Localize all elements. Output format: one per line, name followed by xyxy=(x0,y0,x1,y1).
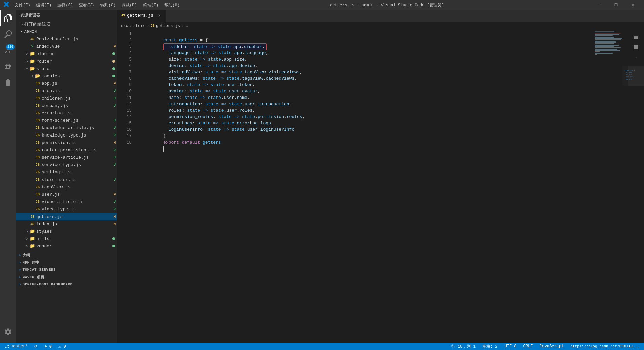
tab-filename: getters.js xyxy=(127,13,153,18)
line-ending-item[interactable]: CRLF xyxy=(522,344,534,349)
indexvue-label: index.vue xyxy=(36,44,113,49)
menu-goto[interactable]: 转到(G) xyxy=(97,2,118,9)
tree-item-childrenjs[interactable]: JS children.js U xyxy=(16,94,117,102)
window-controls[interactable]: ─ □ ✕ xyxy=(592,0,641,10)
tree-item-resizehandler[interactable]: JS ResizeHandler.js xyxy=(16,35,117,43)
tab-close-button[interactable]: ✕ xyxy=(157,13,162,18)
tree-item-storeuserjs[interactable]: JS store-user.js U xyxy=(16,176,117,183)
menu-bar[interactable]: 文件(F) 编辑(E) 选择(S) 查看(V) 转到(G) 调试(D) 终端(T… xyxy=(12,2,183,9)
springboot-arrow: ▷ xyxy=(19,282,21,286)
breadcrumb-symbol[interactable]: … xyxy=(185,24,188,28)
npm-label: NPM 脚本 xyxy=(23,260,40,265)
activity-settings[interactable] xyxy=(0,324,16,340)
git-branch-item[interactable]: ⎇ master* xyxy=(3,344,29,349)
springboot-section[interactable]: ▷ SPRING-BOOT DASHBOARD xyxy=(16,281,117,288)
activity-extensions[interactable] xyxy=(0,75,16,91)
menu-help[interactable]: 帮助(H) xyxy=(162,2,183,9)
minimize-button[interactable]: ─ xyxy=(592,0,607,10)
servicetypejs-badge: U xyxy=(113,163,116,167)
tree-item-store[interactable]: ▾ 📂 store xyxy=(16,65,117,72)
tree-item-tagsviewjs[interactable]: JS tagsView.js xyxy=(16,183,117,191)
breadcrumb-src[interactable]: src xyxy=(121,24,128,28)
toggle-sidebar-button[interactable] xyxy=(631,43,641,52)
menu-debug[interactable]: 调试(D) xyxy=(119,2,140,9)
tree-item-appjs[interactable]: JS app.js M xyxy=(16,80,117,87)
admin-folder[interactable]: ▾ ADMIN xyxy=(16,28,117,35)
tree-item-indexjs[interactable]: JS index.js M xyxy=(16,220,117,228)
tree-item-permissionjs[interactable]: JS permission.js M xyxy=(16,139,117,146)
open-editors-section[interactable]: ▷ 打开的编辑器 xyxy=(16,21,117,28)
js-icon-ka: JS xyxy=(35,125,40,130)
menu-file[interactable]: 文件(F) xyxy=(12,2,33,9)
tree-item-knowledgetypejs[interactable]: JS knowledge-type.js U xyxy=(16,131,117,139)
sync-item[interactable]: ⟳ xyxy=(33,344,39,349)
tree-item-router[interactable]: ▷ 📁 router xyxy=(16,57,117,65)
tree-item-modules[interactable]: ▾ 📂 modules xyxy=(16,72,117,80)
encoding-item[interactable]: UTF-8 xyxy=(503,344,518,349)
kntypejs-label: knowledge-type.js xyxy=(42,133,113,138)
tree-item-indexvue[interactable]: V index.vue M xyxy=(16,43,117,50)
tree-item-formscreenjs[interactable]: JS form-screen.js U xyxy=(16,117,117,124)
maven-label: MAVEN 项目 xyxy=(23,275,45,280)
tree-item-vendor[interactable]: ▷ 📁 vendor xyxy=(16,242,117,250)
tomcat-label: TOMCAT SERVERS xyxy=(23,268,56,272)
breadcrumb-filename[interactable]: getters.js xyxy=(156,24,180,28)
more-actions-button[interactable]: ⋯ xyxy=(631,53,641,62)
tree-item-servicearticlejs[interactable]: JS service-article.js U xyxy=(16,154,117,161)
js-icon-su: JS xyxy=(35,177,40,182)
warnings-item[interactable]: ⚠ 0 xyxy=(57,344,67,349)
tree-item-routerpermissionsjs[interactable]: JS router-permissions.js U xyxy=(16,146,117,154)
tab-js-icon: JS xyxy=(121,14,125,17)
activity-explorer[interactable] xyxy=(0,10,16,26)
tree-item-servicetypejs[interactable]: JS service-type.js U xyxy=(16,161,117,168)
tree-item-styles[interactable]: ▷ 📁 styles xyxy=(16,228,117,235)
settingsjs-label: settings.js xyxy=(42,170,117,175)
js-icon-children: JS xyxy=(35,95,40,101)
maven-section[interactable]: ▷ MAVEN 项目 xyxy=(16,273,117,281)
breadcrumb-store[interactable]: store xyxy=(133,24,146,28)
tree-item-gettersjs[interactable]: JS getters.js M xyxy=(16,213,117,220)
tree-item-videotypejs[interactable]: JS video-type.js U xyxy=(16,205,117,213)
tree-item-areajs[interactable]: JS area.js U xyxy=(16,87,117,94)
tree-item-videoarticlejs[interactable]: JS video-article.js U xyxy=(16,198,117,205)
menu-select[interactable]: 选择(S) xyxy=(55,2,76,9)
companyjs-badge: U xyxy=(113,104,116,108)
tree-item-plugins[interactable]: ▷ 📁 plugins xyxy=(16,50,117,57)
tree-item-errorlogjs[interactable]: JS errorLog.js xyxy=(16,109,117,117)
userjs-badge: M xyxy=(113,192,116,196)
tab-gettersjs[interactable]: JS getters.js ✕ xyxy=(117,10,166,22)
maximize-button[interactable]: □ xyxy=(608,0,624,10)
js-icon-index: JS xyxy=(30,221,35,227)
spaces-item[interactable]: 空格: 2 xyxy=(481,344,499,349)
tomcat-section[interactable]: ▷ TOMCAT SERVERS xyxy=(16,266,117,273)
gettersjs-badge: M xyxy=(113,215,116,219)
js-icon-formscreen: JS xyxy=(35,118,40,123)
activity-debug[interactable] xyxy=(0,59,16,75)
activity-source-control[interactable]: 210 xyxy=(0,42,16,59)
code-line-1: const getters = { xyxy=(137,31,594,37)
tree-item-utils[interactable]: ▷ 📁 utils xyxy=(16,235,117,242)
menu-view[interactable]: 查看(V) xyxy=(76,2,97,9)
language-item[interactable]: JavaScript xyxy=(538,344,565,349)
tree-item-settingsjs[interactable]: JS settings.js xyxy=(16,168,117,176)
tree-item-userjs[interactable]: JS user.js M xyxy=(16,191,117,198)
tree-item-knowledgearticlejs[interactable]: JS knowledge-article.js U xyxy=(16,124,117,131)
tree-item-companyjs[interactable]: JS company.js U xyxy=(16,102,117,109)
line-numbers: 1 2 3 4 5 6 7 8 9 10 11 12 13 14 15 16 1… xyxy=(117,30,134,343)
knarticlejs-badge: U xyxy=(113,126,116,130)
code-content[interactable]: const getters = { sidebar: state => stat… xyxy=(134,30,594,343)
split-editor-button[interactable] xyxy=(631,33,641,42)
menu-edit[interactable]: 编辑(E) xyxy=(34,2,54,9)
code-editor[interactable]: 1 2 3 4 5 6 7 8 9 10 11 12 13 14 15 16 1… xyxy=(117,30,644,343)
menu-terminal[interactable]: 终端(T) xyxy=(140,2,161,9)
position-item[interactable]: 行 18，列 1 xyxy=(450,344,477,349)
link-item[interactable]: https://blog.csdn.net/E56liu... xyxy=(569,344,641,348)
npm-section[interactable]: ▷ NPM 脚本 xyxy=(16,259,117,266)
minimap-line xyxy=(595,33,621,34)
open-editors-label: 打开的编辑器 xyxy=(24,21,117,27)
close-button[interactable]: ✕ xyxy=(625,0,641,10)
spaces-label: 空格: 2 xyxy=(482,344,498,349)
activity-search[interactable] xyxy=(0,26,16,42)
errors-item[interactable]: ⊗ 0 xyxy=(43,344,53,349)
outline-section[interactable]: ▷ 大纲 xyxy=(16,251,117,259)
